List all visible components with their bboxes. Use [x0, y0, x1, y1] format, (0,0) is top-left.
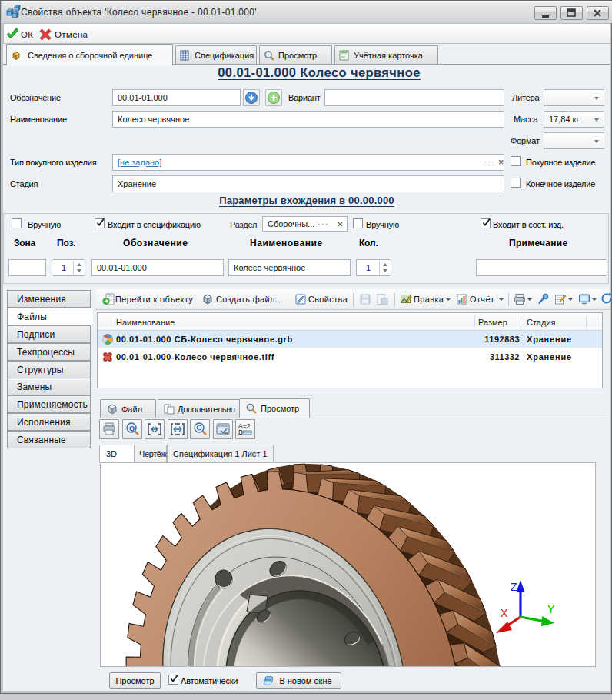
svg-text:B: B: [238, 428, 243, 436]
svg-text:Q: Q: [129, 425, 135, 432]
svg-text:X: X: [501, 607, 508, 619]
svg-text:Z: Z: [511, 581, 517, 593]
svg-text:Y: Y: [547, 603, 555, 615]
